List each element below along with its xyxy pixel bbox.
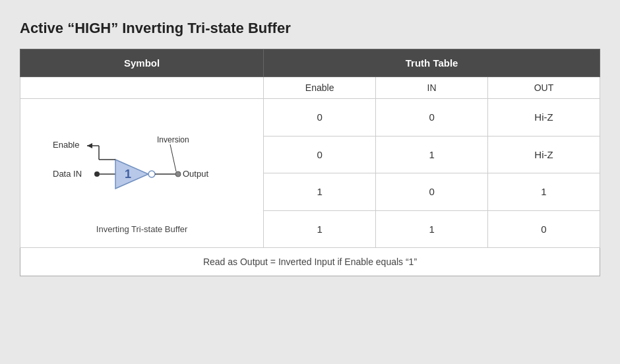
row2-out: Hi-Z: [488, 136, 600, 173]
row4-in: 1: [376, 210, 488, 248]
circuit-diagram: Enable Inversion Data IN: [46, 112, 237, 218]
svg-line-2: [170, 144, 176, 171]
output-dot: [175, 171, 181, 177]
header-row: Symbol Truth Table: [20, 49, 600, 77]
inversion-circle: [148, 171, 155, 177]
row1-enable: 0: [264, 99, 376, 136]
symbol-cell: Enable Inversion Data IN: [20, 99, 264, 248]
enable-col-header: Enable: [264, 77, 376, 99]
footer-row: Read as Output = Inverted Input if Enabl…: [20, 248, 600, 276]
row3-enable: 1: [264, 173, 376, 211]
in-col-header: IN: [376, 77, 488, 99]
row4-out: 0: [488, 210, 600, 248]
sub-header-row: Enable IN OUT: [20, 77, 600, 99]
row2-in: 1: [376, 136, 488, 173]
row3-in: 0: [376, 173, 488, 211]
enable-label: Enable: [53, 140, 79, 150]
row3-out: 1: [488, 173, 600, 211]
main-table: Symbol Truth Table Enable IN OUT: [20, 49, 600, 276]
input-dot: [94, 171, 100, 177]
inversion-label: Inversion: [157, 135, 189, 144]
row4-enable: 1: [264, 210, 376, 248]
page-title: Active “HIGH” Inverting Tri-state Buffer: [20, 20, 600, 37]
out-col-header: OUT: [488, 77, 600, 99]
buffer-triangle: [115, 160, 148, 189]
diagram-container: Enable Inversion Data IN: [26, 106, 258, 241]
output-label: Output: [183, 169, 208, 179]
row2-enable: 0: [264, 136, 376, 173]
footer-text: Read as Output = Inverted Input if Enabl…: [20, 248, 600, 276]
truth-table-header: Truth Table: [264, 49, 600, 77]
enable-arrow: [87, 143, 92, 148]
symbol-header: Symbol: [20, 49, 264, 77]
row1-in: 0: [376, 99, 488, 136]
symbol-empty-cell: [20, 77, 264, 99]
diagram-label: Inverting Tri-state Buffer: [96, 224, 188, 234]
page-container: Active “HIGH” Inverting Tri-state Buffer…: [20, 20, 600, 276]
buffer-number: 1: [125, 167, 131, 181]
data-row-1: Enable Inversion Data IN: [20, 99, 600, 136]
data-in-label: Data IN: [53, 169, 82, 179]
row1-out: Hi-Z: [488, 99, 600, 136]
